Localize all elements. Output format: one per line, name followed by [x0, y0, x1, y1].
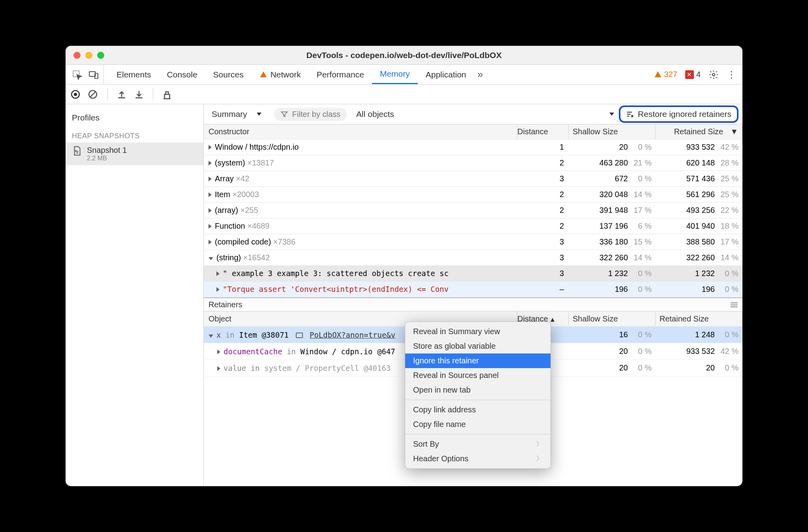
inspect-icon[interactable] [72, 70, 82, 80]
source-frame-icon [296, 333, 303, 338]
constructor-row[interactable]: (string) ×165423322 26014 %322 26014 % [204, 250, 742, 266]
filter-input[interactable]: Filter by class [274, 108, 347, 121]
ctx-item[interactable]: Copy file name [405, 417, 551, 432]
col-distance[interactable]: Distance [517, 124, 569, 139]
maximize-window-button[interactable] [97, 52, 104, 59]
ctx-item[interactable]: Ignore this retainer [405, 353, 551, 368]
chevron-down-icon [257, 113, 261, 116]
sidebar-subheading: HEAP SNAPSHOTS [66, 130, 203, 143]
context-menu: Reveal in Summary viewStore as global va… [405, 321, 551, 469]
save-icon[interactable] [134, 89, 144, 100]
panel-tabbar: ElementsConsoleSourcesNetworkPerformance… [66, 65, 742, 85]
warning-icon [259, 71, 267, 79]
tab-application[interactable]: Application [418, 65, 474, 84]
ctx-item[interactable]: Reveal in Sources panel [405, 368, 551, 383]
string-child-row[interactable]: " example 3 example 3: scattered objects… [204, 266, 742, 282]
col-constructor[interactable]: Constructor [204, 124, 517, 139]
constructor-row[interactable]: (compiled code) ×73863336 18015 %388 580… [204, 234, 742, 250]
snapshot-name: Snapshot 1 [87, 146, 127, 155]
svg-rect-1 [89, 71, 95, 76]
clear-icon[interactable] [88, 89, 98, 100]
window-title: DevTools - codepen.io/web-dot-dev/live/P… [306, 51, 502, 60]
constructor-row[interactable]: Function ×46892137 1966 %401 94018 % [204, 218, 742, 234]
device-icon[interactable] [88, 70, 99, 80]
error-icon: ✕ [685, 70, 694, 79]
retainers-menu-icon[interactable] [731, 302, 738, 308]
snapshot-size: 2.2 MB [87, 155, 127, 162]
constructor-row[interactable]: Array ×4236720 %571 43625 % [204, 171, 742, 187]
ctx-item[interactable]: Header Options〉 [405, 451, 551, 466]
string-child-row[interactable]: "Torque assert 'Convert<uintptr>(endInde… [204, 282, 742, 297]
content-toolbar: Summary Filter by class All objects Rest… [204, 104, 742, 124]
profiles-sidebar: Profiles HEAP SNAPSHOTS Snapshot 1 2.2 M… [66, 104, 204, 486]
ctx-item[interactable]: Open in new tab [405, 383, 551, 397]
snapshot-item[interactable]: Snapshot 1 2.2 MB [66, 143, 203, 165]
warnings-count[interactable]: 327 [654, 70, 677, 79]
filter-icon [280, 110, 288, 118]
all-objects-dropdown[interactable]: All objects [351, 109, 394, 119]
kebab-menu-icon[interactable]: ⋮ [727, 72, 736, 77]
tab-network[interactable]: Network [252, 65, 309, 84]
svg-point-3 [712, 73, 715, 76]
retainers-pane-header: Retainers [204, 297, 742, 312]
close-window-button[interactable] [73, 52, 81, 59]
col-shallow[interactable]: Shallow Size [569, 124, 656, 139]
ctx-item[interactable]: Reveal in Summary view [405, 324, 551, 339]
col-shallow-r[interactable]: Shallow Size [569, 312, 656, 326]
grid-header-row: Constructor Distance Shallow Size Retain… [204, 124, 742, 139]
ctx-item[interactable]: Sort By〉 [405, 437, 551, 451]
col-retained[interactable]: Retained Size▼ [656, 124, 742, 139]
memory-toolbar [66, 85, 742, 104]
constructor-row[interactable]: (array) ×2552391 94817 %493 25622 % [204, 203, 742, 218]
summary-dropdown[interactable]: Summary [207, 109, 269, 119]
tab-elements[interactable]: Elements [109, 65, 159, 84]
col-retained-r[interactable]: Retained Size [656, 312, 742, 326]
devtools-window: DevTools - codepen.io/web-dot-dev/live/P… [66, 46, 742, 486]
svg-line-7 [90, 91, 96, 97]
constructor-row[interactable]: (system) ×138172463 28021 %620 14828 % [204, 155, 742, 171]
load-icon[interactable] [117, 89, 127, 100]
restore-icon [626, 110, 634, 118]
record-icon[interactable] [70, 89, 81, 100]
tab-performance[interactable]: Performance [309, 65, 372, 84]
sidebar-heading: Profiles [66, 111, 203, 130]
titlebar: DevTools - codepen.io/web-dot-dev/live/P… [66, 46, 742, 65]
chevron-down-icon[interactable] [609, 113, 614, 116]
snapshot-file-icon [72, 146, 82, 156]
svg-point-5 [74, 92, 77, 96]
constructor-row[interactable]: Item ×200032320 04814 %561 29625 % [204, 187, 742, 203]
minimize-window-button[interactable] [85, 52, 92, 59]
warning-icon [654, 71, 662, 79]
more-tabs-button[interactable]: » [474, 68, 486, 81]
main-area: Profiles HEAP SNAPSHOTS Snapshot 1 2.2 M… [66, 104, 742, 486]
tab-console[interactable]: Console [159, 65, 205, 84]
ctx-item[interactable]: Store as global variable [405, 339, 551, 353]
settings-icon[interactable] [708, 70, 719, 80]
gc-icon[interactable] [162, 89, 172, 100]
tab-sources[interactable]: Sources [205, 65, 252, 84]
errors-count[interactable]: ✕ 4 [685, 70, 701, 79]
traffic-lights [73, 52, 104, 59]
tab-memory[interactable]: Memory [372, 65, 418, 84]
constructor-row[interactable]: Window / https://cdpn.io 1200 %933 53242… [204, 139, 742, 155]
ctx-item[interactable]: Copy link address [405, 402, 551, 417]
restore-ignored-button[interactable]: Restore ignored retainers [619, 105, 738, 123]
